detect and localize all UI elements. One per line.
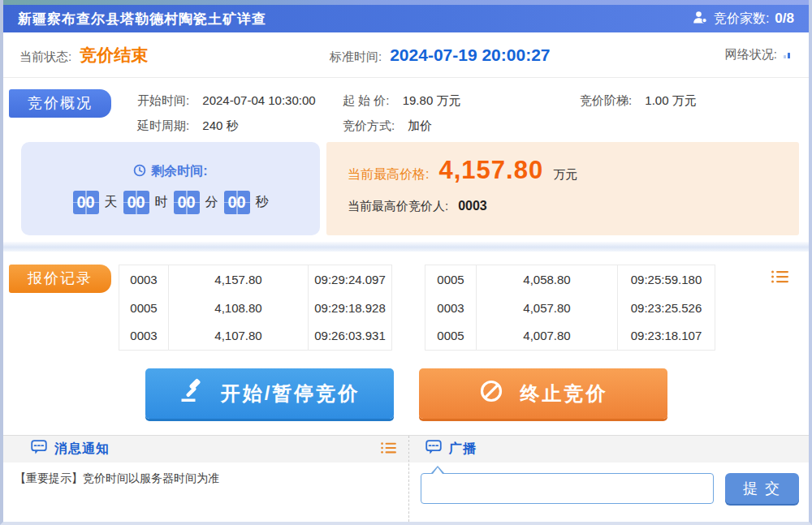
highest-price-row: 当前最高价格: 4,157.80 万元 — [348, 156, 778, 185]
price-cell: 4,007.80 — [477, 322, 618, 351]
notice-message: 【重要提示】竞价时间以服务器时间为准 — [3, 463, 408, 495]
records-list-button[interactable] — [771, 269, 789, 286]
table-row: 0003 4,157.80 09:29:24.097 — [119, 265, 392, 294]
terminate-bid-label: 终止竞价 — [520, 381, 608, 407]
table-row: 0005 4,007.80 09:23:18.107 — [425, 322, 715, 351]
start-pause-bid-button[interactable]: 开始/暂停竞价 — [145, 368, 394, 419]
bidders-count: 0/8 — [775, 11, 794, 27]
bid-mode-value: 加价 — [408, 118, 432, 132]
time-cell: 09:26:03.931 — [309, 322, 392, 351]
submit-button[interactable]: 提 交 — [725, 473, 799, 504]
bid-record-tables: 0003 4,157.80 09:29:24.097 0005 4,108.80… — [119, 265, 715, 351]
speech-bubble-icon — [425, 440, 442, 458]
start-pause-bid-label: 开始/暂停竞价 — [221, 381, 361, 407]
bid-records-section: 报价记录 0003 4,157.80 09:29:24.097 0005 4,1… — [3, 252, 809, 351]
countdown-minute-unit: 分 — [205, 194, 218, 211]
message-notice-panel: 消息通知 【重要提示】竞价时间以服务器时间为准 — [3, 436, 408, 522]
time-cell: 09:23:18.107 — [618, 322, 715, 351]
price-cell: 4,057.80 — [477, 294, 618, 322]
highest-price-value: 4,157.80 — [438, 156, 543, 185]
overview-section-tag: 竞价概况 — [9, 89, 111, 118]
table-row: 0003 4,057.80 09:23:25.526 — [425, 294, 715, 322]
current-status-group: 当前状态: 竞价结束 — [19, 44, 330, 67]
highest-bidder-row: 当前最高价竞价人: 0003 — [348, 199, 778, 214]
broadcast-input-wrap — [421, 473, 714, 504]
countdown-hour-unit: 时 — [155, 194, 168, 211]
broadcast-panel: 广播 提 交 — [408, 436, 809, 522]
bid-table-right: 0005 4,058.80 09:25:59.180 0003 4,057.80… — [425, 265, 715, 351]
start-price-value: 19.80 万元 — [403, 93, 461, 107]
countdown-days: 00 — [73, 191, 99, 214]
start-time-field: 开始时间: 2024-07-04 10:30:00 — [137, 93, 343, 109]
bidder-cell: 0003 — [119, 322, 169, 351]
price-cell: 4,058.80 — [477, 265, 618, 294]
bidder-cell: 0003 — [425, 294, 477, 322]
overview-fields: 开始时间: 2024-07-04 10:30:00 起 始 价: 19.80 万… — [137, 89, 799, 134]
table-row: 0003 4,107.80 09:26:03.931 — [119, 322, 392, 351]
auction-overview-section: 竞价概况 开始时间: 2024-07-04 10:30:00 起 始 价: 19… — [3, 78, 809, 134]
bid-step-label: 竞价阶梯: — [580, 93, 632, 107]
users-icon — [693, 11, 708, 28]
countdown-day-unit: 天 — [105, 194, 118, 211]
bid-step-value: 1.00 万元 — [645, 93, 696, 107]
time-cell: 09:29:24.097 — [309, 265, 392, 294]
speech-bubble-icon — [31, 440, 47, 458]
message-notice-header: 消息通知 — [3, 436, 408, 463]
bidders-label: 竞价家数: — [714, 11, 769, 28]
auction-window: 新疆察布查尔县塔勒德村陶瓷土矿详查 竞价家数: 0/8 当前状态: 竞价结束 标… — [0, 0, 812, 525]
delay-period-label: 延时周期: — [137, 118, 189, 132]
current-status-value: 竞价结束 — [80, 44, 148, 67]
network-status-label: 网络状况: — [725, 47, 777, 62]
records-section-tag: 报价记录 — [9, 265, 111, 293]
network-signal-icon — [784, 48, 793, 62]
start-price-field: 起 始 价: 19.80 万元 — [343, 93, 580, 109]
broadcast-header: 广播 — [409, 436, 809, 463]
clock-icon — [133, 164, 146, 180]
bidders-counter: 竞价家数: 0/8 — [693, 11, 794, 28]
bid-mode-field: 竞价方式: 加价 — [343, 118, 580, 134]
terminate-bid-button[interactable]: 终止竞价 — [419, 368, 667, 419]
broadcast-input[interactable] — [421, 473, 714, 504]
start-time-value: 2024-07-04 10:30:00 — [202, 93, 315, 107]
price-cell: 4,108.80 — [169, 294, 309, 322]
bidder-cell: 0005 — [425, 265, 477, 294]
section-divider — [3, 242, 809, 252]
network-status-group: 网络状况: — [725, 47, 793, 62]
countdown-second-unit: 秒 — [256, 194, 269, 211]
highest-price-panel: 当前最高价格: 4,157.80 万元 当前最高价竞价人: 0003 — [326, 142, 799, 235]
page-title: 新疆察布查尔县塔勒德村陶瓷土矿详查 — [18, 10, 266, 28]
bidder-cell: 0005 — [119, 294, 169, 322]
price-cell: 4,157.80 — [169, 265, 309, 294]
highest-price-unit: 万元 — [553, 167, 577, 183]
delay-period-field: 延时周期: 240 秒 — [137, 118, 343, 134]
bidder-cell: 0005 — [425, 322, 477, 351]
highest-bidder-value: 0003 — [458, 199, 487, 213]
countdown-hours: 00 — [123, 191, 149, 214]
time-cell: 09:25:59.180 — [618, 265, 715, 294]
standard-time-label: 标准时间: — [330, 49, 382, 65]
gavel-icon — [179, 378, 205, 409]
start-price-label: 起 始 价: — [343, 93, 390, 107]
bid-mode-label: 竞价方式: — [343, 118, 395, 132]
countdown-panel: 剩余时间: 00 天 00 时 00 分 00 秒 — [21, 142, 320, 235]
title-bar: 新疆察布查尔县塔勒德村陶瓷土矿详查 竞价家数: 0/8 — [3, 5, 809, 32]
standard-time-value: 2024-07-19 20:00:27 — [390, 45, 550, 65]
broadcast-body: 提 交 — [409, 463, 809, 504]
table-row: 0005 4,108.80 09:29:18.928 — [119, 294, 392, 322]
countdown-seconds: 00 — [224, 191, 250, 214]
list-icon — [381, 445, 397, 457]
ban-icon — [478, 378, 504, 409]
standard-time-group: 标准时间: 2024-07-19 20:00:27 — [330, 45, 725, 65]
summary-panels: 剩余时间: 00 天 00 时 00 分 00 秒 当前最高价格: 4,157.… — [3, 142, 809, 235]
bid-step-field: 竞价阶梯: 1.00 万元 — [580, 93, 799, 109]
list-icon — [771, 274, 789, 286]
message-list-button[interactable] — [381, 441, 397, 457]
remaining-time-title: 剩余时间: — [133, 163, 207, 180]
current-status-label: 当前状态: — [19, 49, 71, 65]
remaining-time-label: 剩余时间: — [151, 163, 207, 180]
highest-price-label: 当前最高价格: — [348, 166, 429, 183]
time-cell: 09:29:18.928 — [309, 294, 392, 322]
countdown-digits: 00 天 00 时 00 分 00 秒 — [73, 191, 269, 214]
broadcast-title: 广播 — [449, 441, 477, 458]
action-buttons: 开始/暂停竞价 终止竞价 — [3, 368, 809, 419]
